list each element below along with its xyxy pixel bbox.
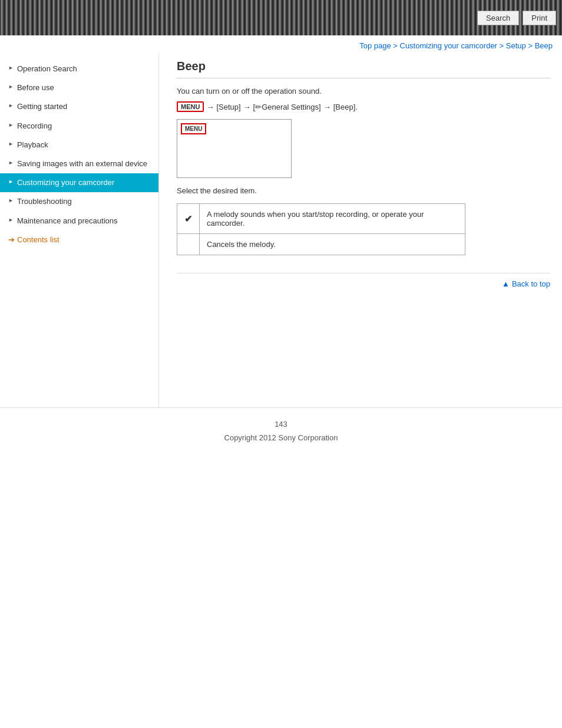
sidebar-item-getting-started[interactable]: ► Getting started xyxy=(0,97,158,116)
arrow-icon: ► xyxy=(8,103,14,108)
sidebar-item-maintenance[interactable]: ► Maintenance and precautions xyxy=(0,212,158,230)
search-button[interactable]: Search xyxy=(477,11,519,25)
sidebar-item-label: Recording xyxy=(17,121,151,131)
sidebar-item-playback[interactable]: ► Playback xyxy=(0,136,158,154)
main-layout: ► Operation Search ► Before use ► Gettin… xyxy=(0,54,562,407)
sidebar-item-label: Before use xyxy=(17,83,151,93)
back-to-top-label: Back to top xyxy=(512,279,550,288)
sidebar-item-saving-images[interactable]: ► Saving images with an external device xyxy=(0,154,158,173)
sidebar-item-label: Saving images with an external device xyxy=(17,159,151,169)
sidebar-item-label: Getting started xyxy=(17,101,151,112)
menu-button-label: MENU xyxy=(177,101,204,112)
arrow-icon: ► xyxy=(8,217,14,223)
mock-screen: MENU xyxy=(177,119,292,178)
arrow-icon: ► xyxy=(8,179,14,185)
breadcrumb-setup[interactable]: Setup xyxy=(506,41,526,50)
table-row: ✔ A melody sounds when you start/stop re… xyxy=(177,204,465,234)
page-number: 143 xyxy=(0,415,562,433)
arrow-icon: ► xyxy=(8,141,14,147)
option-text-1: A melody sounds when you start/stop reco… xyxy=(200,204,465,234)
breadcrumb-beep[interactable]: Beep xyxy=(535,41,553,50)
contents-list-link[interactable]: ➔ Contents list xyxy=(0,230,158,249)
print-button[interactable]: Print xyxy=(523,11,556,25)
sidebar-item-troubleshooting[interactable]: ► Troubleshooting xyxy=(0,192,158,211)
menu-instruction: MENU → [Setup] → [✏General Settings] → [… xyxy=(177,101,550,112)
arrow-icon: ► xyxy=(8,84,14,90)
table-row: Cancels the melody. xyxy=(177,234,465,255)
copyright-text: Copyright 2012 Sony Corporation xyxy=(0,433,562,442)
triangle-up-icon: ▲ xyxy=(502,279,510,288)
breadcrumb: Top page > Customizing your camcorder > … xyxy=(0,35,562,54)
back-to-top-link[interactable]: ▲ Back to top xyxy=(502,279,550,288)
sidebar-item-customizing[interactable]: ► Customizing your camcorder xyxy=(0,173,158,192)
select-text: Select the desired item. xyxy=(177,186,550,195)
breadcrumb-customizing[interactable]: Customizing your camcorder xyxy=(400,41,497,50)
breadcrumb-top[interactable]: Top page xyxy=(359,41,391,50)
sidebar-item-label: Maintenance and precautions xyxy=(17,216,151,226)
check-cell-1: ✔ xyxy=(177,204,200,234)
sidebar-item-label: Operation Search xyxy=(17,64,151,74)
contents-list-label: Contents list xyxy=(17,235,59,244)
options-table: ✔ A melody sounds when you start/stop re… xyxy=(177,203,465,255)
arrow-right-icon: ➔ xyxy=(8,235,15,244)
arrow-icon: ► xyxy=(8,197,14,203)
arrow-icon: ► xyxy=(8,65,14,71)
main-content: Beep You can turn on or off the operatio… xyxy=(159,54,562,407)
sidebar: ► Operation Search ► Before use ► Gettin… xyxy=(0,54,159,407)
sidebar-item-label: Playback xyxy=(17,140,151,150)
footer: 143 Copyright 2012 Sony Corporation xyxy=(0,407,562,454)
header: Search Print xyxy=(0,0,562,35)
sidebar-item-recording[interactable]: ► Recording xyxy=(0,117,158,136)
back-to-top-row: ▲ Back to top xyxy=(177,273,550,291)
sidebar-item-label: Troubleshooting xyxy=(17,196,151,207)
check-cell-2 xyxy=(177,234,200,255)
sidebar-item-before-use[interactable]: ► Before use xyxy=(0,78,158,97)
sidebar-item-label: Customizing your camcorder xyxy=(17,177,151,188)
arrow-icon: ► xyxy=(8,122,14,128)
mock-menu-icon: MENU xyxy=(181,123,206,134)
sidebar-item-operation-search[interactable]: ► Operation Search xyxy=(0,60,158,78)
arrow-icon: ► xyxy=(8,160,14,166)
option-text-2: Cancels the melody. xyxy=(200,234,465,255)
page-title: Beep xyxy=(177,60,550,78)
description-text: You can turn on or off the operation sou… xyxy=(177,87,550,95)
